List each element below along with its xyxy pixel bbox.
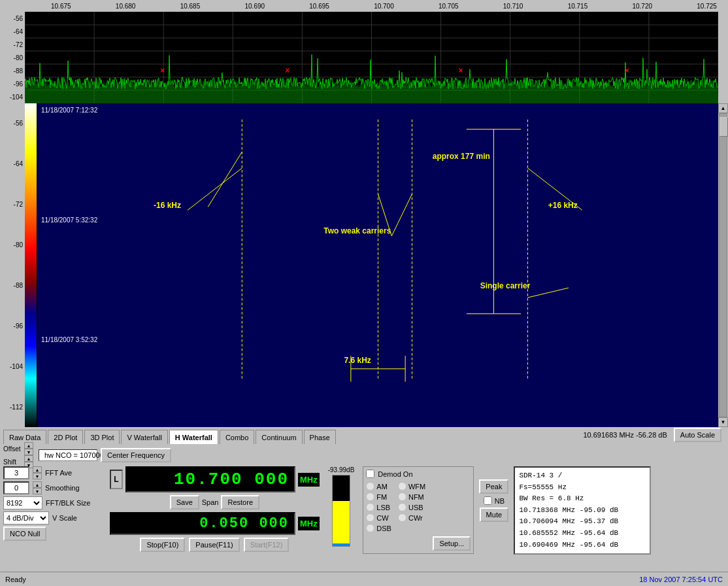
restore-button[interactable]: Restore — [221, 495, 259, 509]
offset-down-btn[interactable]: ▼ — [24, 449, 33, 455]
nb-checkbox[interactable] — [484, 496, 492, 505]
usb-radio-row: USB — [398, 503, 425, 511]
scroll-track — [719, 113, 727, 417]
dsb-label: DSB — [376, 525, 391, 532]
demod-on-label: Demod On — [378, 470, 412, 478]
cw-radio-row: CW — [366, 513, 391, 522]
spectrum-plot — [25, 12, 718, 103]
fft-ave-row: ▲ ▼ FFT Ave — [3, 466, 105, 479]
fm-radio[interactable] — [366, 492, 374, 501]
wf-y-4: -88 — [14, 282, 23, 289]
scroll-down-btn[interactable]: ▼ — [718, 417, 728, 427]
nb-label: NB — [495, 497, 505, 505]
fft-ave-up[interactable]: ▲ — [33, 466, 42, 473]
nco-null-button[interactable]: NCO Null — [3, 526, 46, 541]
tab-continuum[interactable]: Continuum — [256, 430, 302, 444]
tab-combo[interactable]: Combo — [220, 430, 254, 444]
fft-blk-label: FFT/BLK Size — [46, 499, 90, 507]
smoothing-down[interactable]: ▼ — [33, 488, 42, 494]
v-scale-label: V Scale — [52, 514, 77, 522]
scrollbar[interactable]: ▲ ▼ — [718, 103, 728, 427]
am-label: AM — [376, 483, 388, 491]
cwr-label: CWr — [408, 514, 423, 522]
shift-up-btn[interactable]: ▲ — [24, 455, 33, 462]
fft-blk-select[interactable]: 8192 4096 2048 — [3, 496, 42, 509]
info-line-7: 10.690469 MHz -95.64 dB — [519, 540, 646, 551]
tab-phase[interactable]: Phase — [304, 430, 336, 444]
freq-label-6: 10.705 — [438, 3, 459, 10]
fft-ave-down[interactable]: ▼ — [33, 473, 42, 479]
info-line-4: 10.718368 MHz -95.09 dB — [519, 505, 646, 517]
scroll-up-btn[interactable]: ▲ — [718, 103, 728, 113]
smoothing-up[interactable]: ▲ — [33, 481, 42, 488]
mute-button[interactable]: Mute — [480, 508, 508, 522]
cwr-radio-row: CWr — [398, 513, 425, 522]
wfm-label: WFM — [408, 483, 425, 491]
ready-text: Ready — [5, 576, 26, 583]
peak-button[interactable]: Peak — [479, 479, 508, 494]
freq-label-2: 10.685 — [180, 3, 201, 10]
spectrum-y-1: -64 — [14, 28, 23, 35]
offset-up-btn[interactable]: ▲ — [24, 442, 33, 449]
wf-y-1: -64 — [14, 160, 23, 167]
nfm-radio[interactable] — [398, 492, 406, 501]
wfm-radio[interactable] — [398, 482, 406, 491]
signal-bar — [332, 475, 350, 547]
wf-y-0: -56 — [14, 120, 23, 127]
freq-label-3: 10.690 — [244, 3, 265, 10]
info-line-2: Fs=55555 Hz — [519, 482, 646, 494]
hw-nco-display: hw NCO = 10700000 — [39, 449, 97, 461]
cw-radio[interactable] — [366, 513, 374, 522]
spectrum-y-6: -104 — [10, 94, 23, 101]
spectrum-y-5: -96 — [14, 80, 23, 88]
v-scale-select[interactable]: 4 dB/Div 2 dB/Div 6 dB/Div — [3, 511, 49, 525]
lsb-radio-row: LSB — [366, 503, 391, 511]
pause-button[interactable]: Pause(F11) — [189, 538, 239, 552]
fm-label: FM — [376, 493, 387, 501]
spectrum-y-4: -88 — [14, 67, 23, 75]
span-label: Span — [202, 498, 219, 506]
cwr-radio[interactable] — [398, 513, 406, 522]
shift-label: Shift — [3, 458, 23, 466]
freq-label-10: 10.725 — [697, 3, 717, 10]
info-line-6: 10.685552 MHz -95.64 dB — [519, 528, 646, 540]
wf-y-5: -96 — [14, 322, 23, 330]
tab-2d-plot[interactable]: 2D Plot — [48, 430, 83, 444]
spectrum-y-3: -80 — [14, 54, 23, 61]
tab-v-waterfall[interactable]: V Waterfall — [121, 430, 167, 444]
wf-y-6: -104 — [10, 363, 23, 370]
frequency-display: 10.700 000 — [125, 466, 295, 492]
start-button[interactable]: Start(F12) — [244, 538, 290, 552]
dsb-radio-row: DSB — [366, 524, 391, 532]
waterfall-plot: 11/18/2007 7:12:32 11/18/2007 5:32:32 11… — [38, 103, 718, 427]
fm-radio-row: FM — [366, 492, 391, 501]
am-radio[interactable] — [366, 482, 374, 491]
freq-label-5: 10.700 — [374, 3, 394, 10]
info-line-1: SDR-14 3 / — [519, 470, 646, 482]
freq-label-8: 10.715 — [568, 3, 588, 10]
fft-ave-input[interactable] — [3, 466, 29, 479]
usb-radio[interactable] — [398, 503, 406, 511]
lsb-radio[interactable] — [366, 503, 374, 511]
fft-ave-label: FFT Ave — [45, 469, 72, 477]
smoothing-input[interactable] — [3, 481, 29, 494]
auto-scale-button[interactable]: Auto Scale — [674, 428, 721, 442]
save-button[interactable]: Save — [170, 495, 199, 509]
stop-button[interactable]: Stop(F10) — [140, 538, 185, 552]
span-display: 0.050 000 — [110, 512, 295, 535]
tab-h-waterfall[interactable]: H Waterfall — [169, 430, 218, 444]
info-panel: SDR-14 3 / Fs=55555 Hz BW Res = 6.8 Hz 1… — [514, 466, 651, 555]
fft-blk-row: 8192 4096 2048 FFT/BLK Size — [3, 496, 105, 509]
waterfall-yaxis: -56 -64 -72 -80 -88 -96 -104 -112 — [0, 103, 25, 427]
dsb-radio[interactable] — [366, 524, 374, 532]
span-mhz-label: MHz — [298, 517, 320, 530]
datetime-text: 18 Nov 2007 7:25:54 UTC — [639, 576, 723, 583]
freq-label-1: 10.680 — [116, 3, 136, 10]
main-container: 10.675 10.680 10.685 10.690 10.695 10.70… — [0, 0, 728, 586]
center-freq-button[interactable]: Center Frequency — [101, 448, 171, 462]
demod-on-checkbox[interactable] — [366, 470, 374, 478]
wf-y-2: -72 — [14, 201, 23, 208]
setup-button[interactable]: Setup... — [433, 536, 471, 551]
spectrum-yaxis: -56 -64 -72 -80 -88 -96 -104 — [0, 12, 25, 103]
tab-3d-plot[interactable]: 3D Plot — [84, 430, 120, 444]
